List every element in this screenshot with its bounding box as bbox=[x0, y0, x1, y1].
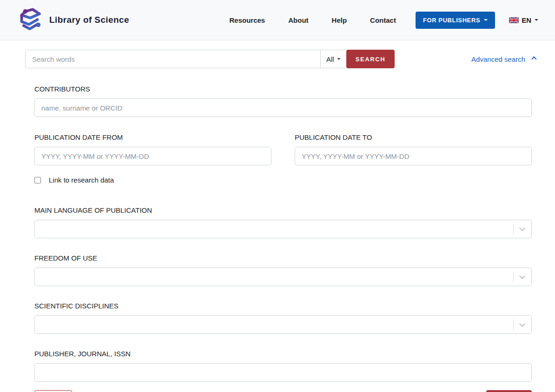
link-research-data-checkbox[interactable] bbox=[34, 177, 41, 183]
nav-item-help[interactable]: Help bbox=[332, 16, 347, 24]
contributors-input[interactable] bbox=[34, 98, 532, 117]
publication-date-row: PUBLICATION DATE FROM PUBLICATION DATE T… bbox=[34, 133, 532, 165]
caret-down-icon bbox=[484, 19, 488, 21]
clear-button[interactable]: CLEAR bbox=[34, 390, 72, 392]
search-group: All SEARCH bbox=[25, 50, 395, 68]
nav-item-resources[interactable]: Resources bbox=[230, 16, 265, 24]
main-language-select[interactable] bbox=[34, 220, 532, 238]
date-from-label: PUBLICATION DATE FROM bbox=[34, 133, 271, 141]
publisher-label: PUBLISHER, JOURNAL, ISSN bbox=[34, 350, 532, 358]
advanced-search-form: CONTRIBUTORS PUBLICATION DATE FROM PUBLI… bbox=[34, 85, 532, 392]
publisher-field-group: PUBLISHER, JOURNAL, ISSN bbox=[34, 350, 532, 382]
freedom-of-use-label: FREEDOM OF USE bbox=[34, 254, 532, 262]
library-of-science-logo-icon bbox=[17, 7, 43, 33]
search-input[interactable] bbox=[25, 50, 321, 68]
search-scope-dropdown[interactable]: All bbox=[321, 50, 346, 68]
link-research-data-option[interactable]: Link to research data bbox=[34, 176, 532, 184]
form-search-button[interactable]: SEARCH bbox=[486, 390, 532, 392]
scientific-disciplines-field-group: SCIENTIFIC DISCIPLINES bbox=[34, 302, 532, 334]
nav-item-about[interactable]: About bbox=[288, 16, 308, 24]
search-button[interactable]: SEARCH bbox=[346, 50, 395, 68]
brand-title: Library of Science bbox=[49, 15, 129, 25]
scientific-disciplines-label: SCIENTIFIC DISCIPLINES bbox=[34, 302, 532, 310]
freedom-of-use-select[interactable] bbox=[34, 268, 532, 286]
chevron-down-icon bbox=[519, 321, 525, 327]
uk-flag-icon bbox=[509, 17, 519, 23]
main-language-field-group: MAIN LANGUAGE OF PUBLICATION bbox=[34, 206, 532, 238]
advanced-search-label: Advanced search bbox=[471, 55, 525, 63]
chevron-down-icon bbox=[519, 273, 525, 279]
contributors-field-group: CONTRIBUTORS bbox=[34, 85, 532, 117]
date-from-field-group: PUBLICATION DATE FROM bbox=[34, 133, 271, 165]
chevron-up-icon bbox=[531, 56, 536, 61]
contributors-label: CONTRIBUTORS bbox=[34, 85, 532, 93]
caret-down-icon bbox=[535, 19, 538, 21]
chevron-down-icon bbox=[519, 225, 525, 231]
scientific-disciplines-select[interactable] bbox=[34, 315, 532, 334]
select-divider bbox=[513, 272, 514, 282]
nav-item-contact[interactable]: Contact bbox=[370, 16, 396, 24]
language-label: EN bbox=[522, 16, 531, 24]
link-research-data-label: Link to research data bbox=[49, 176, 114, 184]
date-to-field-group: PUBLICATION DATE TO bbox=[295, 133, 532, 165]
language-selector[interactable]: EN bbox=[509, 16, 538, 24]
for-publishers-button[interactable]: FOR PUBLISHERS bbox=[416, 12, 495, 29]
date-to-input[interactable] bbox=[295, 147, 532, 165]
select-divider bbox=[513, 224, 514, 234]
search-bar-row: All SEARCH Advanced search bbox=[25, 50, 535, 68]
freedom-of-use-field-group: FREEDOM OF USE bbox=[34, 254, 532, 286]
brand-logo[interactable]: Library of Science bbox=[17, 7, 129, 33]
for-publishers-label: FOR PUBLISHERS bbox=[423, 17, 480, 24]
date-from-input[interactable] bbox=[34, 147, 271, 165]
select-divider bbox=[513, 320, 514, 330]
date-to-label: PUBLICATION DATE TO bbox=[295, 133, 532, 141]
advanced-search-toggle[interactable]: Advanced search bbox=[471, 55, 535, 63]
main-nav: Resources About Help Contact bbox=[206, 16, 396, 24]
search-scope-label: All bbox=[326, 55, 334, 63]
header: Library of Science Resources About Help … bbox=[0, 0, 555, 40]
form-actions-row: CLEAR SEARCH bbox=[34, 390, 532, 392]
main-language-label: MAIN LANGUAGE OF PUBLICATION bbox=[34, 206, 532, 214]
caret-down-icon bbox=[337, 58, 341, 60]
publisher-input[interactable] bbox=[34, 363, 532, 382]
